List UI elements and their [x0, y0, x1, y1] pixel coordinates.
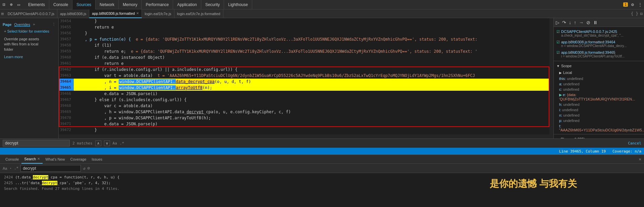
result-line-2425[interactable]: 2425 ...tr('data_decrypt_cpa', 'pbe', r,… — [3, 180, 641, 186]
nav-tabs: Elements Console Sources Network Memory … — [24, 0, 252, 9]
scrollbar-vertical[interactable] — [549, 18, 553, 138]
code-line-39472: 39472 } — [59, 127, 553, 133]
gear-icon[interactable]: ⚙ — [630, 2, 635, 7]
tab-security[interactable]: Security — [201, 0, 224, 9]
badge: 1 — [623, 2, 628, 7]
closure-header[interactable]: ▶ Closure (b325) — [554, 136, 644, 138]
file-tab-app-formatted[interactable]: app.b8fd0308.js:formatted ✕ — [89, 9, 142, 18]
refresh-search-icon[interactable]: ↺ — [83, 166, 85, 171]
sidebar-options-icon[interactable]: ⋮ — [52, 22, 56, 27]
tab-network[interactable]: Network — [96, 0, 119, 9]
clear-search-icon[interactable]: ⊘ — [87, 166, 90, 171]
code-line-39464: 39464 , n = window.DCSAPPClientAPI.data_… — [59, 79, 553, 85]
breakpoint-file-1: DCSAPPClientAPI-0.0.0.7.js:2425 — [561, 30, 624, 34]
scope-header[interactable]: ▼ Scope — [554, 63, 644, 69]
scope-p: p: undefined — [554, 118, 644, 123]
search-results: 2424 (t.data_decrypt_cpa = function(t, r… — [0, 173, 644, 203]
breakpoint-detail-3: i = window.DCSAPPClientAPI.arrayToUtf... — [561, 54, 625, 58]
device-icon[interactable]: ▭ — [16, 2, 21, 7]
close-tab-icon[interactable]: ✕ — [136, 11, 139, 15]
code-line-39468: 39468 var c = atob(e.data) — [59, 103, 553, 109]
deactivate-icon[interactable]: ⊘ — [586, 19, 591, 26]
sidebar-more[interactable]: » — [33, 22, 35, 27]
pause-icon[interactable]: ⏸ — [592, 19, 598, 26]
local-scope-header[interactable]: ▶ Local — [554, 69, 644, 76]
code-line-39457: 39457 , p = function(e) { e = {data: 'QU… — [59, 36, 553, 42]
dock-icon[interactable]: ⊡ — [1, 2, 7, 7]
sidebar-page-tab[interactable]: Page — [3, 23, 11, 27]
add-folder-button[interactable]: + Select folder for overrides — [0, 28, 58, 35]
code-line-39467: 39467 } else if (s.includes(e.config.url… — [59, 97, 553, 103]
file-tab-app[interactable]: app.b8fd0308.js — [57, 9, 89, 18]
scope-a: a: undefined — [554, 81, 644, 87]
tab-console[interactable]: Console — [49, 0, 72, 9]
format-icon[interactable]: { } — [631, 11, 638, 16]
tab-memory[interactable]: Memory — [119, 0, 142, 9]
bottom-search-input[interactable] — [20, 165, 81, 172]
file-tab-api[interactable]: DCSAPPClientAPI-0.0.0.7.js — [5, 9, 57, 18]
scope-section: ▼ Scope ▶ Local this: undefined a: undef… — [554, 61, 644, 134]
code-line-39460: 39460 if (e.data instanceof Object) — [59, 54, 553, 60]
prev-match-button[interactable]: ∧ — [95, 140, 101, 146]
next-match-button[interactable]: ∨ — [104, 140, 110, 146]
bottom-tab-console[interactable]: Console — [3, 155, 21, 164]
file-tab-login-formatted[interactable]: login.eaf1fc7e.js:formatted — [174, 9, 223, 18]
close-search-tab-icon[interactable]: ✕ — [37, 157, 40, 161]
scope-this: this: undefined — [554, 76, 644, 81]
scope-c: c: undefined — [554, 87, 644, 92]
minimize-icon[interactable]: ⊟ — [640, 11, 643, 16]
bottom-tabs: Console Search ✕ What's New Coverage Iss… — [0, 155, 644, 164]
tab-elements[interactable]: Elements — [24, 0, 49, 9]
resume-icon[interactable]: ▷ — [555, 19, 560, 26]
code-line-39459: 39459 return e; e = {data: 'QUFBWjZoTTY1… — [59, 48, 553, 54]
main-area: Page Overrides » ⋮ + Select folder for o… — [0, 18, 644, 138]
breakpoints-list: ☑ DCSAPPClientAPI-0.0.0.7.js:2425 a.chec… — [554, 27, 644, 61]
file-tab-login[interactable]: login.eaf1fc7e.js — [142, 9, 174, 18]
learn-more-link[interactable]: Learn more — [0, 54, 58, 59]
code-line-39465: 39465 , i = window.DCSAPPClientAPI.array… — [59, 85, 553, 91]
debugger-toolbar: ▷ ↷ ↓ ↑ → ⊘ ⏸ — [554, 18, 644, 27]
inline-search-bar: 2 matches ∧ ∨ Aa .* Cancel — [0, 138, 644, 148]
tab-sources[interactable]: Sources — [72, 0, 96, 9]
bottom-panel-actions: ✕ — [639, 157, 641, 162]
scope-i: i: undefined — [554, 107, 644, 113]
aa-toggle[interactable]: Aa — [3, 166, 7, 170]
cancel-search-button[interactable]: Cancel — [628, 141, 641, 146]
step-out-icon[interactable]: ↑ — [573, 19, 577, 26]
scope-t: t: "AAAZ6hM65+Y11DPaStciuDClUg6N/2dynbZ1… — [554, 123, 644, 133]
code-line-39470: 39470 , p = window.DCSAPPClientAPI.array… — [59, 115, 553, 121]
regex-toggle[interactable]: .* — [120, 141, 124, 146]
bottom-close-icon[interactable]: ✕ — [639, 157, 641, 162]
scope-n: n: undefined — [554, 113, 644, 118]
step-icon[interactable]: → — [578, 19, 584, 26]
inspect-icon[interactable]: ⊕ — [9, 2, 14, 7]
bottom-tab-coverage[interactable]: Coverage — [68, 155, 89, 164]
breakpoint-item-2[interactable]: ☑ app.b8fd0308.js:formatted:39464 n = wi… — [554, 39, 644, 49]
results-count: Search finished. Found 27 matching lines… — [3, 186, 641, 192]
breakpoint-detail-1: a.check_input_str("data_decrypt_cpa", ".… — [561, 34, 624, 37]
bottom-tab-issues[interactable]: Issues — [89, 155, 105, 164]
tab-performance[interactable]: Performance — [142, 0, 173, 9]
result-line-2424[interactable]: 2424 (t.data_decrypt_cpa = function(t, r… — [3, 174, 641, 180]
breakpoint-item-1[interactable]: ☑ DCSAPPClientAPI-0.0.0.7.js:2425 a.chec… — [554, 28, 644, 39]
more-icon[interactable]: ⋮ — [637, 2, 643, 7]
tab-application[interactable]: Application — [173, 0, 201, 9]
scrollbar-horizontal[interactable] — [59, 134, 553, 138]
step-over-icon[interactable]: ↷ — [561, 19, 567, 26]
tab-lighthouse[interactable]: Lighthouse — [224, 0, 252, 9]
code-line-39471: 39471 e.data = JSON.parse(p) — [59, 121, 553, 127]
breakpoint-item-3[interactable]: ☑ app.b8fd0308.js:formatted:39465 i = wi… — [554, 49, 644, 59]
bottom-tab-whatsnew[interactable]: What's New — [43, 155, 67, 164]
bottom-tab-search[interactable]: Search ✕ — [21, 155, 43, 164]
sidebar-overrides-tab[interactable]: Overrides — [14, 23, 30, 27]
dot-toggle[interactable]: .* — [14, 166, 18, 170]
inline-search-input[interactable] — [3, 140, 70, 147]
breakpoint-file-3: app.b8fd0308.js:formatted:39465 — [561, 50, 625, 54]
status-line: Line 39465, Column 19 Coverage: n/a — [0, 148, 644, 155]
step-into-icon[interactable]: ↓ — [568, 19, 572, 26]
code-line-39456: 39456 } — [59, 30, 553, 36]
code-line-39455: 39455 return e — [59, 24, 553, 30]
code-lines: 39454 } 39455 return e 39456 } 39457 , p… — [59, 18, 553, 138]
code-editor[interactable]: 39454 } 39455 return e 39456 } 39457 , p… — [59, 18, 553, 138]
case-sensitive-toggle[interactable]: Aa — [113, 141, 117, 146]
